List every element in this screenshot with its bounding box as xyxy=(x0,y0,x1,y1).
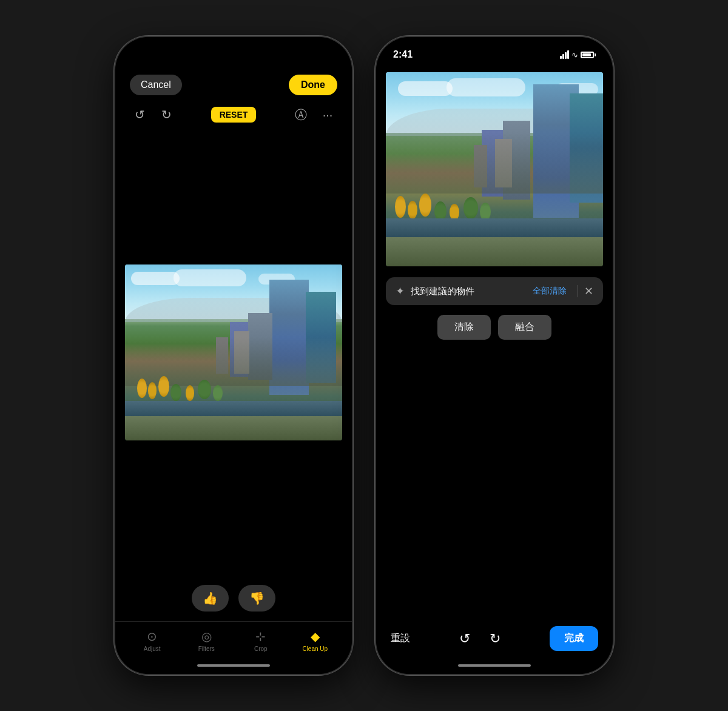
adjust-icon: ⊙ xyxy=(147,629,157,644)
photo-area-right xyxy=(376,67,613,271)
thumbs-down-icon: 👎 xyxy=(249,591,265,605)
photo-frame-right xyxy=(386,72,603,266)
nav-filters[interactable]: ◎ Filters xyxy=(188,627,224,655)
p2-redo-button[interactable]: ↻ xyxy=(490,631,500,647)
home-indicator-left xyxy=(115,657,352,674)
phone-right: 2:41 ∿ xyxy=(376,37,613,674)
cancel-button[interactable]: Cancel xyxy=(130,75,182,95)
filters-icon: ◎ xyxy=(201,629,212,644)
status-time: 2:41 xyxy=(393,49,413,60)
photo-frame-left xyxy=(125,265,342,440)
crop-label: Crop xyxy=(254,645,268,652)
suggestion-text: 找到建議的物件 xyxy=(411,286,522,297)
nav-cleanup[interactable]: ◆ Clean Up xyxy=(297,627,333,655)
home-indicator-right xyxy=(376,657,613,674)
reset-button[interactable]: RESET xyxy=(211,107,257,123)
done-button[interactable]: Done xyxy=(289,75,337,95)
divider xyxy=(578,285,578,297)
p2-done-button[interactable]: 完成 xyxy=(550,626,598,651)
filters-label: Filters xyxy=(198,645,215,652)
clear-all-button[interactable]: 全部清除 xyxy=(528,286,571,297)
auto-icon[interactable]: Ⓐ xyxy=(291,105,311,124)
p2-reset-button[interactable]: 重設 xyxy=(391,632,410,645)
cleanup-label: Clean Up xyxy=(302,645,328,652)
wifi-icon: ∿ xyxy=(571,50,578,59)
undo-redo-group: ↺ ↻ xyxy=(459,631,500,647)
dynamic-island-left xyxy=(197,45,270,66)
phone2-bottom-bar: 重設 ↺ ↻ 完成 xyxy=(376,620,613,657)
nav-adjust[interactable]: ⊙ Adjust xyxy=(134,627,170,655)
mode-buttons: 清除 融合 xyxy=(376,310,613,345)
sparkle-icon: ✦ xyxy=(396,285,405,298)
undo-icon[interactable]: ↺ xyxy=(130,105,149,124)
bottom-nav: ⊙ Adjust ◎ Filters ⊹ Crop ◆ Clean Up xyxy=(115,621,352,657)
close-button[interactable]: ✕ xyxy=(584,285,593,298)
blend-mode-button[interactable]: 融合 xyxy=(498,315,551,340)
cleanup-icon: ◆ xyxy=(311,629,320,644)
thumbs-up-button[interactable]: 👍 xyxy=(192,585,229,612)
more-icon[interactable]: ··· xyxy=(318,105,337,124)
cellular-icon xyxy=(560,50,569,59)
nav-crop[interactable]: ⊹ Crop xyxy=(243,627,279,655)
thumbs-up-icon: 👍 xyxy=(203,591,218,605)
signal-icons: ∿ xyxy=(560,50,596,59)
thumbs-down-button[interactable]: 👎 xyxy=(238,585,275,612)
adjust-label: Adjust xyxy=(144,645,161,652)
crop-icon: ⊹ xyxy=(255,629,266,644)
p2-undo-button[interactable]: ↺ xyxy=(459,631,470,647)
clear-mode-button[interactable]: 清除 xyxy=(437,315,491,340)
redo-icon[interactable]: ↻ xyxy=(157,105,176,124)
phone-left: Cancel Done ↺ ↻ RESET Ⓐ ··· xyxy=(115,37,352,674)
battery-icon xyxy=(581,52,596,58)
photo-area-left xyxy=(115,129,352,575)
suggestion-banner: ✦ 找到建議的物件 全部清除 ✕ xyxy=(386,277,603,305)
dynamic-island-right xyxy=(453,45,520,64)
